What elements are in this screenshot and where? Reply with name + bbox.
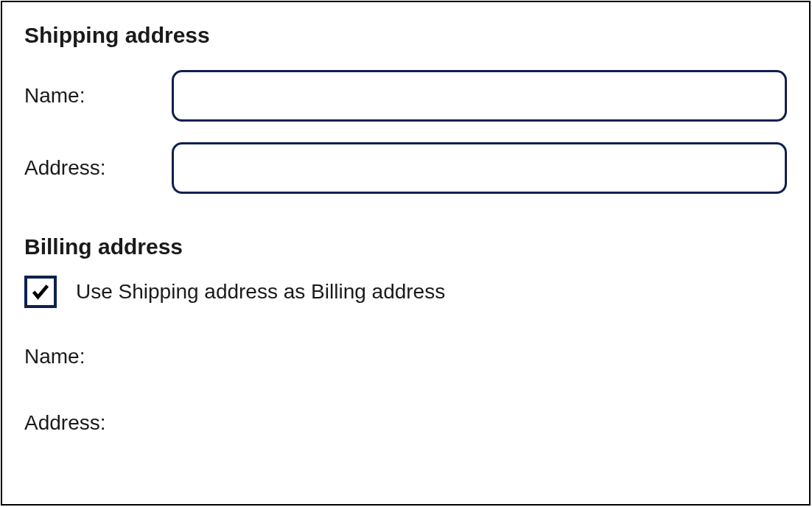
billing-heading: Billing address: [24, 234, 787, 259]
billing-name-label: Name:: [24, 345, 85, 368]
shipping-name-input[interactable]: [172, 70, 787, 122]
shipping-address-label: Address:: [24, 156, 172, 180]
use-shipping-checkbox-row: Use Shipping address as Billing address: [24, 276, 787, 308]
shipping-address-row: Address:: [24, 142, 787, 194]
billing-address-label: Address:: [24, 411, 106, 434]
use-shipping-checkbox[interactable]: [24, 276, 57, 308]
shipping-name-row: Name:: [24, 70, 787, 122]
shipping-address-input[interactable]: [172, 142, 787, 194]
billing-address-row: Address:: [24, 411, 787, 435]
use-shipping-checkbox-label: Use Shipping address as Billing address: [76, 280, 445, 304]
shipping-name-label: Name:: [24, 84, 172, 108]
checkmark-icon: [30, 282, 51, 302]
shipping-heading: Shipping address: [24, 23, 787, 48]
address-form-container: Shipping address Name: Address: Billing …: [1, 1, 811, 506]
billing-name-row: Name:: [24, 345, 787, 368]
